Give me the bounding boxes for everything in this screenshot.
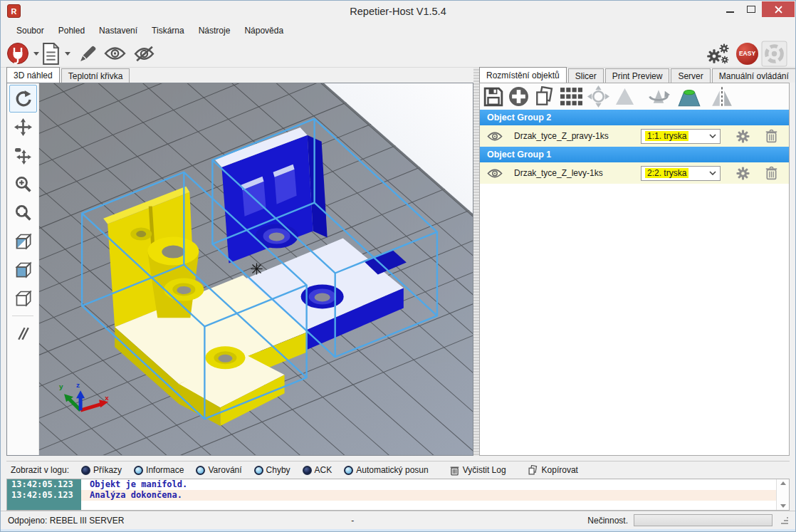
rotate-object-button[interactable] (646, 85, 671, 108)
toggle-chyby[interactable]: Chyby (254, 465, 290, 475)
load-dropdown-caret[interactable] (65, 52, 70, 56)
extruder-select[interactable]: 2:2. tryska (641, 166, 721, 181)
tab-3d-nahled[interactable]: 3D náhled (6, 67, 60, 83)
scale-object-icon (614, 86, 635, 107)
delete-object-button[interactable] (765, 166, 777, 180)
clear-log-label: Vyčistit Log (463, 465, 506, 475)
scale-object-button[interactable] (614, 86, 635, 107)
object-settings-button[interactable] (736, 130, 750, 143)
edit-object-button[interactable] (78, 44, 98, 63)
vertical-splitter[interactable] (473, 68, 479, 456)
toggle-automaticky-posun[interactable]: Automatický posun (344, 465, 428, 475)
autoposition-icon (560, 88, 582, 105)
zoom-fit-button[interactable] (9, 199, 37, 226)
mirror-object-button[interactable] (710, 86, 734, 108)
toggle-varovani[interactable]: Varování (196, 465, 241, 475)
view-tabs: 3D náhled Teplotní křivka (6, 68, 473, 83)
toggle-label: Chyby (266, 465, 290, 475)
menu-pohled[interactable]: Pohled (51, 23, 92, 38)
object-row[interactable]: Drzak_tyce_Z_levy-1ks 2:2. tryska (480, 162, 789, 184)
delete-object-button[interactable] (765, 129, 777, 143)
resize-grip[interactable] (781, 517, 788, 524)
toggle-ack[interactable]: ACK (303, 465, 332, 475)
tab-rozmisteni-objektu[interactable]: Rozmístění objektů (479, 67, 567, 83)
object-group-header[interactable]: Object Group 1 (480, 147, 789, 162)
chevron-down-icon (709, 171, 716, 175)
close-button[interactable] (762, 1, 795, 17)
tab-slicer[interactable]: Slicer (568, 68, 604, 83)
parallel-projection-button[interactable] (9, 320, 37, 348)
easy-mode-button[interactable]: EASY (736, 43, 758, 65)
move-icon (14, 118, 32, 136)
object-toolbar (480, 83, 789, 110)
tab-print-preview[interactable]: Print Preview (605, 68, 670, 83)
tab-server[interactable]: Server (671, 68, 710, 83)
svg-text:x: x (105, 394, 109, 402)
emergency-stop-button[interactable] (761, 41, 787, 67)
scroll-up-icon[interactable] (780, 481, 786, 485)
toggle-circle (344, 466, 353, 475)
iso-view-icon (14, 231, 33, 251)
front-view-button[interactable] (9, 256, 37, 283)
toggle-informace[interactable]: Informace (134, 465, 184, 475)
add-icon (508, 86, 529, 107)
log-message: Analýza dokončena. (81, 490, 182, 501)
right-tabs: Rozmístění objektů Slicer Print Preview … (479, 68, 790, 83)
move-object-button[interactable] (9, 113, 37, 141)
origin-marker (251, 264, 262, 275)
hide-travel-button[interactable] (132, 46, 156, 62)
autoposition-button[interactable] (560, 88, 582, 105)
status-bar: Odpojeno: REBEL III SERVER - Nečinnost. (1, 511, 795, 529)
menu-nastaveni[interactable]: Nastavení (92, 23, 145, 38)
lay-flat-button[interactable] (676, 86, 702, 108)
tab-manualni-ovladani[interactable]: Manuální ovládání (712, 68, 796, 83)
group-header-label: Object Group 1 (487, 150, 551, 160)
save-stl-button[interactable] (483, 87, 503, 107)
move-viewpoint-icon (14, 147, 32, 165)
scroll-down-icon[interactable] (780, 504, 786, 508)
center-object-button[interactable] (587, 85, 609, 108)
clear-log-button[interactable]: Vyčistit Log (450, 465, 506, 476)
copy-object-button[interactable] (534, 86, 555, 108)
menu-nastroje[interactable]: Nástroje (192, 23, 238, 38)
printer-settings-button[interactable] (706, 42, 731, 66)
copy-object-icon (534, 86, 555, 108)
connect-dropdown-caret[interactable] (33, 52, 39, 56)
visibility-eye-icon[interactable] (487, 131, 503, 142)
object-settings-button[interactable] (736, 167, 750, 180)
object-name: Drzak_tyce_Z_pravy-1ks (514, 131, 609, 141)
title-bar: R Repetier-Host V1.5.4 (1, 1, 795, 21)
log-entry: 13:42:05.123 Analýza dokončena. (7, 490, 776, 501)
tab-3d-label: 3D náhled (14, 71, 53, 80)
tab-temp-label: Teplotní křivka (68, 71, 123, 81)
show-filament-button[interactable] (104, 46, 126, 61)
load-button[interactable] (41, 43, 61, 65)
top-view-button[interactable] (9, 284, 37, 312)
menu-bar: Soubor Pohled Nastavení Tiskárna Nástroj… (1, 21, 795, 40)
menu-napoveda[interactable]: Nápověda (237, 23, 290, 38)
toggle-prikazy[interactable]: Příkazy (81, 465, 122, 475)
connect-button[interactable] (6, 42, 29, 65)
iso-view-button[interactable] (9, 227, 37, 255)
menu-tiskarna[interactable]: Tiskárna (145, 23, 192, 38)
eye-off-icon (132, 46, 156, 62)
3d-canvas[interactable]: x y z (39, 83, 473, 455)
add-object-button[interactable] (508, 86, 529, 107)
maximize-button[interactable] (740, 1, 762, 17)
zoom-fit-icon (14, 204, 32, 221)
log-scrollbar[interactable] (776, 479, 789, 510)
menu-soubor[interactable]: Soubor (9, 23, 51, 38)
rotate-view-button[interactable] (9, 85, 37, 113)
move-viewpoint-button[interactable] (9, 142, 37, 169)
rotate-view-icon (14, 90, 32, 108)
extruder-select[interactable]: 1:1. tryska (641, 129, 721, 144)
visibility-eye-icon[interactable] (487, 168, 503, 179)
copy-log-button[interactable]: Kopírovat (528, 465, 578, 476)
toggle-label: ACK (315, 465, 332, 475)
zoom-in-button[interactable] (9, 170, 37, 198)
zoom-in-icon (14, 175, 32, 193)
minimize-button[interactable] (719, 1, 740, 17)
tab-teplotni-krivka[interactable]: Teplotní křivka (61, 68, 130, 83)
object-group-header[interactable]: Object Group 2 (480, 110, 789, 125)
object-row[interactable]: Drzak_tyce_Z_pravy-1ks 1:1. tryska (480, 125, 789, 147)
